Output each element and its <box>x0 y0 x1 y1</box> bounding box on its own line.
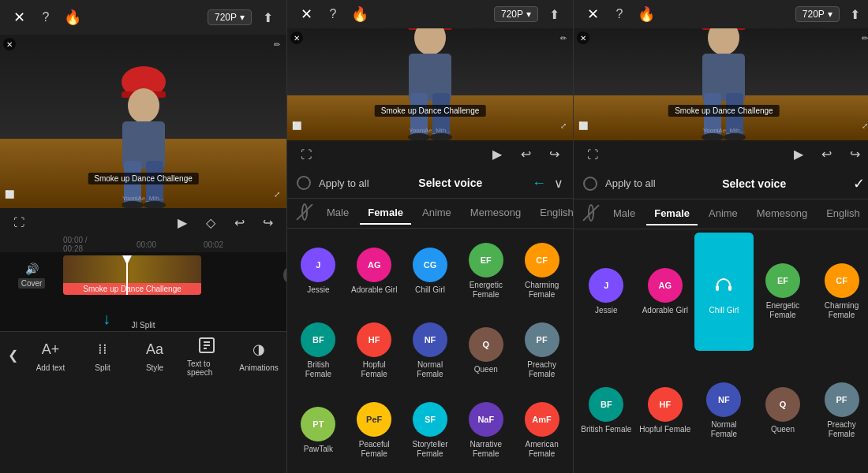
middle-name-queen: Queen <box>474 365 498 374</box>
middle-apply-all-radio[interactable] <box>297 176 311 190</box>
left-play-btn[interactable]: ▶ <box>171 211 193 233</box>
left-clip-thumbnail: Smoke up Dance Challenge <box>63 255 201 295</box>
left-help-icon[interactable]: ? <box>36 8 55 27</box>
left-mute-icon[interactable]: 🔊 <box>25 263 39 275</box>
left-tool-style[interactable]: Aa Style <box>135 338 174 372</box>
middle-voice-american[interactable]: AmF American Female <box>514 390 570 470</box>
left-video-copy[interactable]: ⬜ <box>3 188 16 200</box>
right-tab-anime[interactable]: Anime <box>701 203 746 225</box>
middle-fire-icon[interactable]: 🔥 <box>350 5 369 24</box>
right-undo-btn[interactable]: ↩ <box>816 143 838 166</box>
middle-tab-memesong[interactable]: Memesong <box>462 202 529 225</box>
middle-redo-btn[interactable]: ↪ <box>543 143 565 166</box>
middle-undo-btn[interactable]: ↩ <box>514 143 537 166</box>
middle-voice-british[interactable]: BF British Female <box>290 311 346 390</box>
middle-play-btn[interactable]: ▶ <box>486 143 508 166</box>
left-video-clip[interactable]: Smoke up Dance Challenge <box>63 255 201 295</box>
right-video-close[interactable]: ✕ <box>577 32 589 44</box>
left-tool-animations[interactable]: ◑ Animations <box>239 338 279 372</box>
left-fullscreen-btn[interactable]: ⛶ <box>8 211 30 233</box>
middle-apply-all-label[interactable]: Apply to all <box>319 177 369 189</box>
left-effects-btn[interactable]: ◇ <box>200 211 222 233</box>
middle-video-expand[interactable]: ⤢ <box>557 120 570 132</box>
right-upload-icon[interactable]: ⬆ <box>846 5 865 24</box>
middle-voice-charming[interactable]: CF Charming Female <box>514 232 570 311</box>
right-voice-charming[interactable]: CF Charming Female <box>812 233 868 352</box>
middle-avatar-american: AmF <box>525 402 559 437</box>
middle-fullscreen-btn[interactable]: ⛶ <box>295 143 317 166</box>
left-redo-btn[interactable]: ↪ <box>256 211 279 233</box>
right-tab-female[interactable]: Female <box>646 203 698 225</box>
left-watermark: YooniAe_Mih... <box>122 195 165 202</box>
middle-tab-male[interactable]: Male <box>319 202 357 225</box>
right-apply-all-label[interactable]: Apply to all <box>605 177 656 189</box>
right-quality-badge[interactable]: 720P ▾ <box>795 6 840 22</box>
middle-voice-adorable[interactable]: AG Adorable Girl <box>346 232 402 311</box>
right-voice-queen[interactable]: Q Queen <box>754 351 813 470</box>
right-avatar-british: BF <box>589 387 623 422</box>
right-voice-preachy[interactable]: PF Preachy Female <box>812 351 868 470</box>
left-upload-icon[interactable]: ⬆ <box>258 8 277 27</box>
middle-voice-pawtalk[interactable]: PT PawTalk <box>290 390 346 470</box>
middle-voice-peaceful[interactable]: PeF Peaceful Female <box>346 390 402 470</box>
right-fire-icon[interactable]: 🔥 <box>637 5 656 24</box>
right-voice-chill[interactable]: Chill Girl <box>694 233 754 352</box>
right-video-expand[interactable]: ⤢ <box>859 120 868 132</box>
left-collapse-btn[interactable]: ❮ <box>8 346 18 365</box>
middle-quality-badge[interactable]: 720P ▾ <box>494 6 538 22</box>
middle-tab-anime[interactable]: Anime <box>414 202 459 225</box>
middle-upload-icon[interactable]: ⬆ <box>544 5 563 24</box>
middle-video-edit[interactable]: ✏ <box>557 32 570 44</box>
middle-tab-disabled[interactable] <box>294 199 316 227</box>
right-play-btn[interactable]: ▶ <box>788 143 810 166</box>
middle-video-copy[interactable]: ⬜ <box>290 120 303 132</box>
left-close-icon[interactable]: ✕ <box>9 8 28 27</box>
left-cover-label: Cover <box>18 278 46 289</box>
right-video-edit[interactable]: ✏ <box>859 32 868 44</box>
right-apply-all-radio[interactable] <box>583 177 597 191</box>
left-quality-label: 720P <box>215 12 237 23</box>
right-voice-normal[interactable]: NF Normal Female <box>694 351 754 470</box>
middle-voice-preachy[interactable]: PF Preachy Female <box>514 311 570 390</box>
right-tab-memesong[interactable]: Memesong <box>749 203 815 225</box>
right-tab-disabled[interactable] <box>580 199 602 228</box>
left-tool-addtext[interactable]: A+ Add text <box>31 338 70 372</box>
right-voice-energetic[interactable]: EF Energetic Female <box>754 233 813 352</box>
left-video-close[interactable]: ✕ <box>3 38 16 50</box>
right-help-icon[interactable]: ? <box>610 5 629 24</box>
left-quality-badge[interactable]: 720P ▾ <box>208 9 252 25</box>
right-tab-english[interactable]: English <box>818 203 868 225</box>
right-avatar-charming: CF <box>825 263 859 298</box>
middle-voice-storyteller[interactable]: SF Storyteller Female <box>402 390 458 470</box>
left-tool-tts[interactable]: Text to speech <box>187 334 226 377</box>
middle-video-close[interactable]: ✕ <box>290 32 303 44</box>
middle-check-icon[interactable]: ∨ <box>554 176 563 191</box>
middle-close-icon[interactable]: ✕ <box>297 5 316 24</box>
middle-tab-female[interactable]: Female <box>360 202 411 225</box>
left-video-edit[interactable]: ✏ <box>271 38 283 50</box>
left-tool-split[interactable]: ⁞⁞ Split <box>83 338 122 372</box>
middle-voice-queen[interactable]: Q Queen <box>458 311 514 390</box>
right-close-icon[interactable]: ✕ <box>583 5 602 24</box>
left-quality-arrow: ▾ <box>240 12 245 23</box>
middle-voice-hopful[interactable]: HF Hopful Female <box>346 311 402 390</box>
middle-voice-chill[interactable]: CG Chill Girl <box>402 232 458 311</box>
middle-voice-energetic[interactable]: EF Energetic Female <box>458 232 514 311</box>
right-voice-panel: Apply to all Select voice ✓ Male Female … <box>574 169 868 473</box>
middle-voice-narrative[interactable]: NaF Narrative Female <box>458 390 514 470</box>
right-tab-male[interactable]: Male <box>605 203 643 225</box>
right-voice-british[interactable]: BF British Female <box>577 351 636 470</box>
middle-voice-normal[interactable]: NF Normal Female <box>402 311 458 390</box>
left-undo-btn[interactable]: ↩ <box>228 211 250 233</box>
left-video-expand[interactable]: ⤢ <box>271 188 283 200</box>
right-video-copy[interactable]: ⬜ <box>577 120 589 132</box>
right-voice-hopful[interactable]: HF Hopful Female <box>636 351 695 470</box>
middle-voice-jessie[interactable]: J Jessie <box>290 232 346 311</box>
right-redo-btn[interactable]: ↪ <box>844 143 866 166</box>
right-check-icon[interactable]: ✓ <box>853 175 865 192</box>
middle-help-icon[interactable]: ? <box>324 5 342 24</box>
right-voice-jessie[interactable]: J Jessie <box>577 233 636 352</box>
left-fire-icon[interactable]: 🔥 <box>63 8 82 27</box>
right-voice-adorable[interactable]: AG Adorable Girl <box>636 233 695 352</box>
right-fullscreen-btn[interactable]: ⛶ <box>582 143 604 166</box>
